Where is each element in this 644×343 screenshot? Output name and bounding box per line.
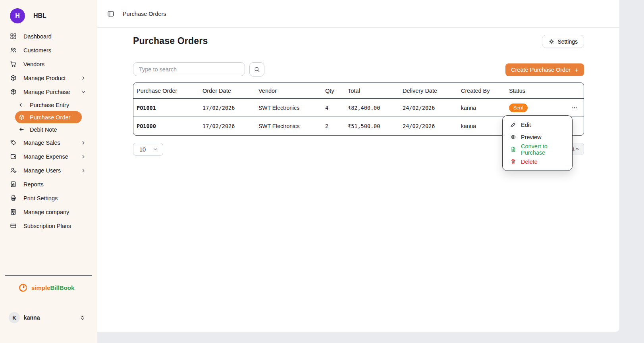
- trash-icon: [510, 159, 516, 165]
- sidebar-subitem-purchase-entry[interactable]: Purchase Entry: [15, 99, 82, 111]
- org-avatar: H: [10, 8, 25, 23]
- cart-icon: [10, 61, 17, 67]
- logo-text: simpleBillBook: [31, 284, 74, 291]
- cell-actions: [561, 103, 584, 113]
- topbar: Purchase Orders: [97, 0, 619, 28]
- sidebar-item-reports[interactable]: Reports: [5, 177, 93, 191]
- purchase-package-icon: [10, 88, 17, 95]
- ellipsis-icon: [571, 105, 578, 111]
- col-vendor: Vendor: [255, 88, 322, 94]
- sidebar-subitem-debit-note[interactable]: Debit Note: [15, 123, 82, 136]
- menu-item-delete[interactable]: Delete: [503, 155, 572, 168]
- sidebar-item-manage-expense[interactable]: Manage Expense: [5, 149, 93, 163]
- settings-button[interactable]: Settings: [542, 35, 584, 48]
- wallet-icon: [10, 153, 17, 160]
- sidebar-item-label: Reports: [23, 181, 44, 188]
- sidebar-item-label: Dashboard: [23, 33, 52, 40]
- sidebar-item-label: Manage Sales: [23, 140, 60, 146]
- cell-created-by: kanna: [458, 123, 506, 129]
- gear-icon: [548, 38, 555, 45]
- cell-vendor: SWT Electronics: [255, 105, 322, 111]
- building-icon: [10, 209, 17, 215]
- eye-icon: [510, 134, 516, 140]
- simplebillbook-logo: simpleBillBook: [18, 282, 74, 293]
- sidebar-item-label: Manage Product: [23, 75, 66, 81]
- sidebar-item-label: Vendors: [23, 61, 44, 67]
- sidebar-item-manage-users[interactable]: Manage Users: [5, 163, 93, 177]
- col-delivery-date: Delivery Date: [399, 88, 458, 94]
- menu-item-label: Convert to Purchase: [521, 143, 572, 156]
- sidebar-item-manage-product[interactable]: Manage Product: [5, 71, 93, 85]
- chevron-right-icon: [81, 75, 86, 81]
- printer-icon: [10, 195, 17, 201]
- search-icon: [254, 66, 260, 73]
- arrow-left-icon: [19, 126, 25, 132]
- sidebar-item-label: Manage Purchase: [23, 89, 70, 95]
- menu-item-label: Edit: [521, 122, 531, 128]
- cell-po-number: PO1000: [133, 123, 199, 129]
- sidebar-item-print-settings[interactable]: Print Settings: [5, 191, 93, 205]
- col-status: Status: [506, 88, 561, 94]
- cell-order-date: 17/02/2026: [199, 105, 255, 111]
- page-size-select[interactable]: 10: [133, 143, 163, 156]
- cell-vendor: SWT Electronics: [255, 123, 322, 129]
- cell-status: Sent: [506, 103, 561, 112]
- sidebar-subitem-label: Purchase Entry: [30, 102, 69, 108]
- sidebar-item-label: Subscription Plans: [23, 223, 71, 229]
- chevron-down-icon: [153, 147, 158, 152]
- menu-item-label: Delete: [521, 159, 538, 165]
- cell-delivery-date: 24/02/2026: [399, 105, 458, 111]
- menu-item-convert-to-purchase[interactable]: Convert to Purchase: [503, 143, 572, 155]
- sidebar-item-subscription-plans[interactable]: Subscription Plans: [5, 219, 93, 233]
- create-purchase-order-button[interactable]: Create Purchase Order +: [505, 63, 584, 76]
- chevron-right-icon: [81, 140, 86, 146]
- chevron-down-icon: [81, 89, 86, 95]
- sidebar-toggle-icon[interactable]: [107, 10, 114, 17]
- cell-total: ₹82,400.00: [345, 105, 399, 111]
- create-purchase-order-label: Create Purchase Order: [511, 67, 571, 73]
- menu-item-edit[interactable]: Edit: [503, 119, 572, 131]
- col-created-by: Created By: [458, 88, 506, 94]
- col-purchase-order: Purchase Order: [133, 88, 199, 94]
- col-total: Total: [345, 88, 399, 94]
- purchase-order-icon: [19, 114, 25, 120]
- document-icon: [510, 146, 516, 152]
- menu-item-preview[interactable]: Preview: [503, 131, 572, 143]
- sidebar-item-label: Customers: [23, 47, 51, 54]
- breadcrumb: Purchase Orders: [123, 11, 166, 17]
- sidebar-item-manage-purchase[interactable]: Manage Purchase: [5, 85, 93, 99]
- row-context-menu: Edit Preview Convert to Purchase Delete: [502, 115, 573, 171]
- chevron-updown-icon: [79, 315, 85, 321]
- sidebar-item-manage-company[interactable]: Manage company: [5, 205, 93, 219]
- cell-created-by: kanna: [458, 105, 506, 111]
- dashboard-icon: [10, 33, 17, 40]
- report-icon: [10, 181, 17, 188]
- col-order-date: Order Date: [199, 88, 255, 94]
- user-gear-icon: [10, 167, 17, 174]
- table-row: PO1001 17/02/2026 SWT Electronics 4 ₹82,…: [133, 99, 584, 117]
- pencil-icon: [510, 122, 516, 128]
- user-switcher[interactable]: K kanna: [9, 312, 93, 323]
- sidebar-subitem-label: Purchase Order: [30, 114, 70, 121]
- sidebar-subitem-purchase-order[interactable]: Purchase Order: [15, 111, 82, 123]
- row-actions-button[interactable]: [570, 103, 579, 113]
- search-button[interactable]: [249, 62, 264, 77]
- cell-qty: 2: [322, 123, 345, 129]
- menu-item-label: Preview: [521, 134, 542, 140]
- sidebar-item-label: Print Settings: [23, 195, 58, 201]
- sidebar-item-manage-sales[interactable]: Manage Sales: [5, 136, 93, 149]
- sidebar-item-dashboard[interactable]: Dashboard: [5, 29, 93, 43]
- plus-icon: +: [575, 67, 578, 73]
- arrow-left-icon: [19, 102, 25, 108]
- page-size-value: 10: [139, 146, 146, 153]
- sidebar-item-customers[interactable]: Customers: [5, 43, 93, 57]
- user-avatar: K: [9, 312, 20, 323]
- sidebar-item-vendors[interactable]: Vendors: [5, 57, 93, 71]
- sidebar-item-label: Manage company: [23, 209, 69, 215]
- cell-order-date: 17/02/2026: [199, 123, 255, 129]
- product-box-icon: [10, 75, 17, 81]
- search-input[interactable]: [133, 62, 245, 76]
- sidebar-item-label: Manage Expense: [23, 153, 68, 160]
- status-badge: Sent: [509, 103, 528, 112]
- col-qty: Qty: [322, 88, 345, 94]
